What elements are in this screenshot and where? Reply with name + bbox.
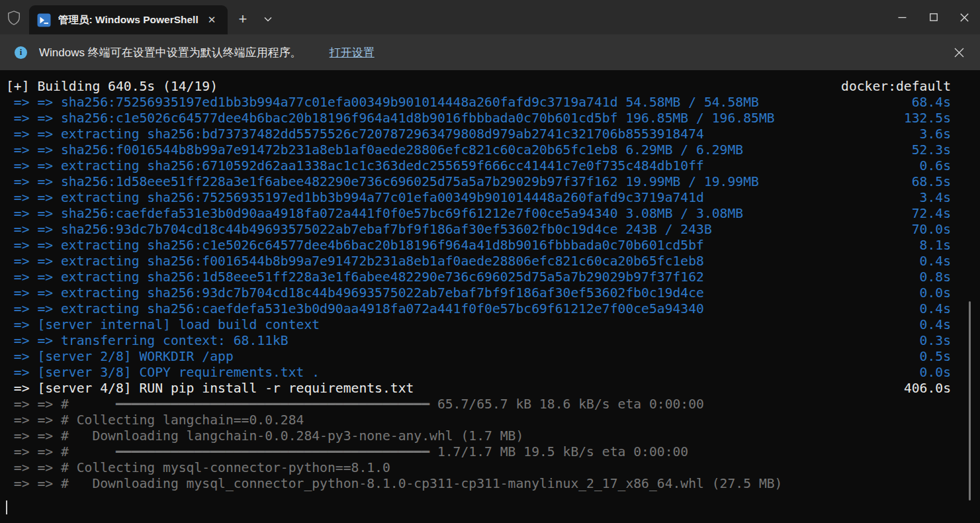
terminal-line-duration: 0.8s <box>920 269 951 285</box>
terminal-line: => => sha256:f0016544b8b99a7e91472b231a8… <box>6 142 980 158</box>
terminal-line-text: => => # ━━━━━━━━━━━━━━━━━━━━━━━━━━━━━━━━… <box>6 397 704 412</box>
banner-close-button[interactable] <box>947 40 971 64</box>
default-terminal-banner: i Windows 终端可在设置中设置为默认终端应用程序。 打开设置 <box>0 34 980 70</box>
title-bar: 管理员: Windows PowerShell ✕ + <box>0 0 980 34</box>
powershell-icon <box>37 13 51 27</box>
terminal-line-duration: 0.0s <box>920 285 951 301</box>
terminal-line: => => extracting sha256:f0016544b8b99a7e… <box>6 254 980 269</box>
terminal-line-text: => => extracting sha256:75256935197ed1bb… <box>6 190 704 205</box>
terminal-line: => => sha256:caefdefa531e3b0d90aa4918fa0… <box>6 206 980 222</box>
terminal-line-text: => => extracting sha256:caefdefa531e3b0d… <box>6 301 704 316</box>
minimize-button[interactable] <box>887 0 918 34</box>
terminal-line-duration: 68.4s <box>912 95 951 111</box>
close-button[interactable] <box>949 0 980 34</box>
terminal-line-text: => => sha256:f0016544b8b99a7e91472b231a8… <box>6 142 743 158</box>
terminal-line-text: => [server 3/8] COPY requirements.txt . <box>6 365 320 380</box>
terminal-line-duration: 70.0s <box>912 222 951 238</box>
close-icon <box>960 13 969 22</box>
terminal-line-duration: 406.0s <box>904 381 951 397</box>
terminal-line-text: => => extracting sha256:c1e5026c64577dee… <box>6 238 704 253</box>
window-controls <box>887 0 980 34</box>
terminal-line: => => extracting sha256:bd73737482dd5575… <box>6 126 980 142</box>
text-cursor <box>6 500 7 514</box>
terminal-line-text: => => sha256:c1e5026c64577dee4b6bac20b18… <box>6 111 775 126</box>
terminal-line-text: => [server 2/8] WORKDIR /app <box>6 349 234 364</box>
tab-dropdown-button[interactable] <box>257 8 279 30</box>
terminal-line: => => # Downloading mysql_connector_pyth… <box>6 476 980 492</box>
terminal-line-duration: 132.5s <box>904 111 951 126</box>
terminal-line-text: => => transferring context: 68.11kB <box>6 333 289 348</box>
terminal-line: => => # Downloading langchain-0.0.284-py… <box>6 428 980 444</box>
terminal-line: => => transferring context: 68.11kB0.3s <box>6 333 980 349</box>
terminal-line-duration: 68.5s <box>912 174 951 190</box>
terminal-line-duration: 0.0s <box>920 365 951 381</box>
terminal-line: => => # Collecting langchain==0.0.284 <box>6 412 980 428</box>
terminal-line-text: => => extracting sha256:bd73737482dd5575… <box>6 126 704 142</box>
terminal-line-text: => => sha256:93dc7b704cd18c44b4969357502… <box>6 222 712 237</box>
minimize-icon <box>898 13 907 22</box>
terminal-line-duration: 0.4s <box>920 317 951 333</box>
banner-message: Windows 终端可在设置中设置为默认终端应用程序。 <box>39 45 302 60</box>
scrollbar-thumb[interactable] <box>969 301 971 500</box>
terminal-line-duration: 72.4s <box>912 206 951 222</box>
terminal-line-duration: 8.1s <box>920 238 951 254</box>
terminal-line: => => # Collecting mysql-connector-pytho… <box>6 460 980 476</box>
terminal-line-duration: docker:default <box>841 79 951 95</box>
terminal-line: => [server 4/8] RUN pip install -r requi… <box>6 381 980 397</box>
terminal-line-text: => [server 4/8] RUN pip install -r requi… <box>6 381 414 396</box>
terminal-line: => => extracting sha256:caefdefa531e3b0d… <box>6 301 980 317</box>
terminal-line-duration: 52.3s <box>912 142 951 158</box>
terminal-line-duration: 3.6s <box>920 126 951 142</box>
terminal-line: => => # ━━━━━━━━━━━━━━━━━━━━━━━━━━━━━━━━… <box>6 444 980 460</box>
terminal-line: => => extracting sha256:1d58eee51ff228a3… <box>6 269 980 285</box>
terminal-line: => => # ━━━━━━━━━━━━━━━━━━━━━━━━━━━━━━━━… <box>6 397 980 412</box>
terminal-line: => [server 2/8] WORKDIR /app0.5s <box>6 349 980 365</box>
terminal-line-duration: 0.5s <box>920 349 951 365</box>
tab-close-icon[interactable]: ✕ <box>202 11 221 29</box>
terminal-line-text: => => sha256:caefdefa531e3b0d90aa4918fa0… <box>6 206 743 221</box>
open-settings-link[interactable]: 打开设置 <box>330 45 375 60</box>
terminal-line: => => extracting sha256:6710592d62aa1338… <box>6 158 980 174</box>
tab-powershell[interactable]: 管理员: Windows PowerShell ✕ <box>29 5 228 34</box>
info-icon: i <box>15 46 27 59</box>
terminal-line-text: => [server internal] load build context <box>6 317 320 332</box>
terminal-line-text: => => # Collecting mysql-connector-pytho… <box>6 460 390 475</box>
terminal-line-duration: 0.6s <box>920 158 951 174</box>
terminal-line-text: => => sha256:75256935197ed1bb3b994a77c01… <box>6 95 759 110</box>
terminal-line-text: => => # Collecting langchain==0.0.284 <box>6 412 304 428</box>
terminal-line: => => extracting sha256:c1e5026c64577dee… <box>6 238 980 254</box>
terminal-line-duration: 0.3s <box>920 333 951 349</box>
maximize-icon <box>930 13 938 21</box>
terminal-line: => [server internal] load build context0… <box>6 317 980 333</box>
terminal-line-duration: 0.4s <box>920 301 951 317</box>
chevron-down-icon <box>264 17 272 22</box>
shield-icon <box>7 10 21 26</box>
terminal-line-text: => => extracting sha256:f0016544b8b99a7e… <box>6 254 704 269</box>
terminal-line-text: => => # ━━━━━━━━━━━━━━━━━━━━━━━━━━━━━━━━… <box>6 444 688 459</box>
terminal-line: => => extracting sha256:93dc7b704cd18c44… <box>6 285 980 301</box>
tab-title: 管理员: Windows PowerShell <box>58 13 202 27</box>
terminal-line-text: => => extracting sha256:93dc7b704cd18c44… <box>6 285 704 301</box>
terminal-line-text: => => sha256:1d58eee51ff228a3e1f6abee482… <box>6 174 759 189</box>
terminal-line-duration: 0.4s <box>920 254 951 269</box>
terminal-line-text: [+] Building 640.5s (14/19) <box>6 79 218 94</box>
new-tab-button[interactable]: + <box>232 8 254 30</box>
terminal-line: => [server 3/8] COPY requirements.txt .0… <box>6 365 980 381</box>
terminal-line: => => extracting sha256:75256935197ed1bb… <box>6 190 980 206</box>
maximize-button[interactable] <box>918 0 949 34</box>
terminal-line-text: => => extracting sha256:6710592d62aa1338… <box>6 158 704 173</box>
terminal-line: => => sha256:1d58eee51ff228a3e1f6abee482… <box>6 174 980 190</box>
terminal-line: => => sha256:c1e5026c64577dee4b6bac20b18… <box>6 111 980 126</box>
banner-close-icon <box>954 48 964 58</box>
terminal-line-text: => => # Downloading langchain-0.0.284-py… <box>6 428 523 444</box>
terminal-line: => => sha256:93dc7b704cd18c44b4969357502… <box>6 222 980 238</box>
terminal-line-duration: 3.4s <box>920 190 951 206</box>
terminal-output[interactable]: [+] Building 640.5s (14/19)docker:defaul… <box>0 70 980 523</box>
terminal-line: [+] Building 640.5s (14/19)docker:defaul… <box>6 79 980 95</box>
terminal-line-text: => => extracting sha256:1d58eee51ff228a3… <box>6 269 704 285</box>
terminal-line: => => sha256:75256935197ed1bb3b994a77c01… <box>6 95 980 111</box>
terminal-line-text: => => # Downloading mysql_connector_pyth… <box>6 476 782 491</box>
